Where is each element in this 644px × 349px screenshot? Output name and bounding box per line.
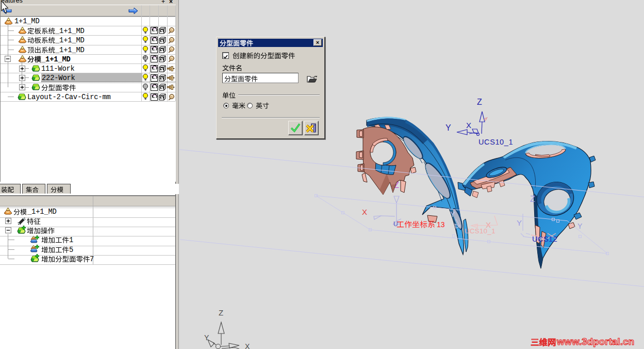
svg-text:X: X — [245, 342, 250, 349]
svg-text:X: X — [362, 208, 367, 216]
svg-text:Z: Z — [530, 195, 535, 203]
svg-text:Y: Y — [517, 218, 522, 227]
svg-text:X: X — [466, 121, 471, 130]
svg-text:Z: Z — [219, 308, 223, 317]
svg-text:www.3dportal.cn: www.3dportal.cn — [556, 336, 634, 347]
svg-text:UCS10_1: UCS10_1 — [465, 227, 496, 235]
svg-text:Z: Z — [477, 98, 482, 106]
svg-text:Y: Y — [450, 210, 455, 218]
svg-text:U: U — [393, 220, 398, 228]
svg-text:Y: Y — [445, 123, 451, 132]
svg-text:UCS10_1: UCS10_1 — [478, 138, 513, 146]
svg-text:Y: Y — [577, 222, 583, 230]
svg-text:UCS12: UCS12 — [532, 235, 557, 243]
svg-text:13: 13 — [437, 220, 445, 229]
svg-text:Y: Y — [204, 334, 209, 342]
